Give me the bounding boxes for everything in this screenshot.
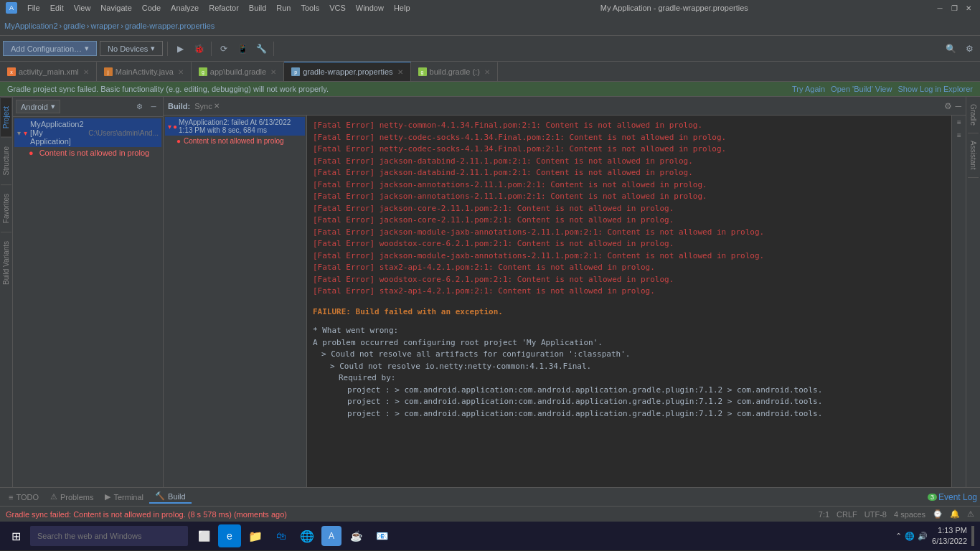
taskbar-icon-task-view[interactable]: ⬜ [192,524,215,547]
bottom-tab-terminal[interactable]: ▶ Terminal [99,491,149,503]
try-again-link[interactable]: Try Again [792,85,825,93]
debug-button[interactable]: 🐞 [191,41,207,57]
right-panel-icons: ≡ ≡ [951,116,966,487]
taskbar-icon-edge[interactable]: e [218,524,241,547]
breadcrumb-project[interactable]: MyApplication2 [4,22,58,30]
breadcrumb-file: gradle-wrapper.properties [125,22,215,30]
sdk-button[interactable]: 🔧 [253,41,269,57]
event-log-button[interactable]: 3 Event Log [928,492,977,502]
build-sync-close[interactable]: ✕ [214,102,220,110]
tab-build-gradle[interactable]: g build.gradle (:) ✕ [411,62,498,81]
left-tab-favorites[interactable]: Favorites [1,184,11,232]
taskbar-icon-store[interactable]: 🛍 [270,524,293,547]
settings-toolbar-button[interactable]: ⚙ [961,41,977,57]
tab-gradle-wrapper-props[interactable]: p gradle-wrapper.properties ✕ [284,62,410,81]
sidebar-settings-button[interactable]: ⚙ [133,100,146,113]
build-tree-error-icon: ● [176,137,181,145]
clock[interactable]: 1:13 PM 6/13/2022 [932,525,967,547]
left-tab-project[interactable]: Project [1,97,11,137]
menu-build[interactable]: Build [245,2,270,14]
sync-button[interactable]: ⟳ [216,41,232,57]
tab-close-gradle-wrapper[interactable]: ✕ [397,68,403,76]
cursor-position[interactable]: 7:1 [819,510,829,519]
menu-window[interactable]: Window [352,2,388,14]
menu-navigate[interactable]: Navigate [96,2,136,14]
error-line-13: [Fatal Error] stax2-api-4.2.1.pom:2:1: C… [313,262,946,274]
show-log-link[interactable]: Show Log in Explorer [897,85,973,93]
breadcrumb-gradle[interactable]: gradle [63,22,85,30]
close-button[interactable]: ✕ [963,2,974,14]
start-button[interactable]: ⊞ [3,523,29,549]
right-panel-icon2[interactable]: ≡ [952,128,966,141]
tab-app-build-gradle[interactable]: g app\build.gradle ✕ [192,62,284,81]
line-ending[interactable]: CRLF [837,510,857,519]
right-tab-assistant[interactable]: Assistant [968,133,979,178]
avd-button[interactable]: 📱 [235,41,250,57]
file-charset[interactable]: UTF-8 [864,510,887,519]
menu-code[interactable]: Code [138,2,165,14]
search-button[interactable]: 🔍 [943,41,958,57]
tray-network[interactable]: 🌐 [905,532,915,541]
android-selector[interactable]: Android ▾ [16,100,60,113]
build-tree-error-item[interactable]: ● Content is not allowed in prolog [165,136,305,146]
taskbar-icon-chrome[interactable]: 🌐 [296,524,319,547]
toolbar-separator2 [211,42,212,56]
taskbar-pinned-apps: ⬜ e 📁 🛍 🌐 A ☕ 📧 [192,524,393,547]
right-tab-gradle[interactable]: Gradle [968,97,979,133]
restore-button[interactable]: ❐ [948,2,960,14]
add-config-dropdown-icon: ▾ [85,44,89,53]
tab-activity-main[interactable]: x activity_main.xml ✕ [0,62,97,81]
menu-file[interactable]: File [23,2,44,14]
build-close-button[interactable]: ─ [955,101,961,111]
menu-tools[interactable]: Tools [296,2,324,14]
add-configuration-button[interactable]: Add Configuration… ▾ [3,41,97,56]
taskbar-icon-outlook[interactable]: 📧 [370,524,393,547]
menu-analyze[interactable]: Analyze [166,2,203,14]
build-settings-button[interactable]: ⚙ [944,101,952,111]
taskbar-icon-explorer[interactable]: 📁 [244,524,267,547]
bottom-tab-todo[interactable]: ≡ TODO [3,491,44,503]
left-tab-structure[interactable]: Structure [1,137,11,184]
no-devices-button[interactable]: No Devices ▾ [100,41,163,56]
menu-edit[interactable]: Edit [46,2,68,14]
menu-refactor[interactable]: Refactor [204,2,243,14]
bottom-tab-build[interactable]: 🔨 Build [149,490,191,504]
right-panel-icon1[interactable]: ≡ [952,116,966,128]
menu-view[interactable]: View [70,2,95,14]
project-line-1: project : > com.android.application:com.… [313,385,946,397]
taskbar-icon-android-studio[interactable]: A [321,526,341,546]
tab-close-activity-main[interactable]: ✕ [83,68,89,76]
bottom-tab-problems[interactable]: ⚠ Problems [44,491,99,503]
tab-mainactivity[interactable]: j MainActivity.java ✕ [97,62,192,81]
todo-label: TODO [16,493,39,501]
tray-chevron[interactable]: ⌃ [895,532,902,541]
menu-bar: File Edit View Navigate Code Analyze Ref… [23,2,415,14]
breadcrumb-sep1: › [60,22,62,30]
taskbar-search[interactable] [30,526,188,546]
sidebar-collapse-button[interactable]: ─ [147,100,160,113]
open-build-link[interactable]: Open 'Build' View [831,85,892,93]
build-sync-label[interactable]: Sync [194,102,212,110]
status-icon1: ⌚ [933,509,943,519]
menu-help[interactable]: Help [390,2,415,14]
tab-close-mainactivity[interactable]: ✕ [178,68,184,76]
tray-sound[interactable]: 🔊 [918,532,928,541]
tab-close-build-gradle[interactable]: ✕ [484,68,490,76]
terminal-label: Terminal [113,493,143,501]
indent-size[interactable]: 4 spaces [894,510,925,519]
run-button[interactable]: ▶ [172,41,188,57]
error-line-8: [Fatal Error] jackson-core-2.11.1.pom:2:… [313,203,946,215]
taskbar-icon-java[interactable]: ☕ [344,524,367,547]
tree-item-error[interactable]: ● Content is not allowed in prolog [14,147,161,159]
menu-run[interactable]: Run [272,2,295,14]
menu-vcs[interactable]: VCS [325,2,350,14]
tree-item-myapp[interactable]: ▾ ▾ MyApplication2 [My Application] C:\U… [14,118,161,147]
left-tab-build-variants[interactable]: Build Variants [1,232,11,293]
show-desktop[interactable] [971,526,974,546]
build-tree-item-myapp[interactable]: ▾ ● MyApplication2: failed At 6/13/2022 … [165,117,305,136]
could-not-resolve: > Could not resolve all artifacts for co… [313,349,946,361]
breadcrumb-wrapper[interactable]: wrapper [91,22,120,30]
tab-close-app-build-gradle[interactable]: ✕ [270,68,276,76]
minimize-button[interactable]: ─ [934,2,946,14]
tab-label-gradle-wrapper: gradle-wrapper.properties [303,67,392,76]
